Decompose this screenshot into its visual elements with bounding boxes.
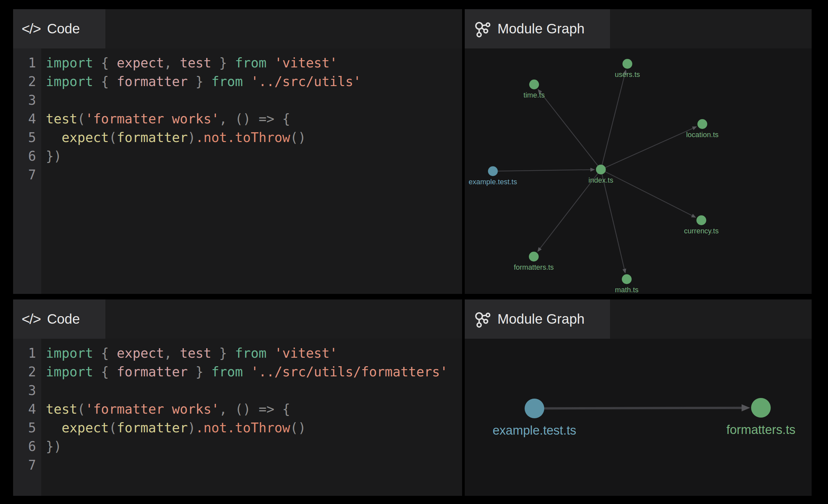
- graph-node-formatters.ts[interactable]: [529, 252, 539, 261]
- code-token-pn: ): [188, 420, 196, 435]
- line-number: 1: [13, 54, 41, 72]
- graph-node-formatters.ts[interactable]: [751, 398, 771, 418]
- code-token-pn: {: [93, 364, 117, 379]
- code-line-content: import { expect, test } from 'vitest': [41, 344, 337, 363]
- code-line: 1import { expect, test } from 'vitest': [13, 344, 462, 363]
- code-line-content: }): [41, 437, 61, 456]
- line-number: 5: [13, 419, 41, 437]
- code-line-content: import { formatter } from '../src/utils': [41, 72, 361, 91]
- code-token-st: 'formatter works': [85, 402, 219, 417]
- graph-edge: [601, 170, 694, 216]
- graph-edge: [534, 408, 745, 409]
- code-token-pn: [266, 346, 274, 361]
- code-token-fn: formatter: [117, 130, 188, 145]
- code-token-pn: }: [211, 346, 235, 361]
- graph-edge-arrowhead: [537, 247, 542, 252]
- line-number: 5: [13, 128, 41, 147]
- code-line: 7: [13, 166, 462, 184]
- code-token-pn: (): [290, 420, 306, 435]
- graph-node-example.test.ts[interactable]: [525, 398, 544, 418]
- module-graph-svg-bottom[interactable]: example.test.tsformatters.ts: [465, 339, 812, 496]
- code-editor-bottom: 1import { expect, test } from 'vitest'2i…: [13, 339, 462, 496]
- graph-node-index.ts[interactable]: [596, 165, 606, 174]
- tab-module-graph-bottom[interactable]: Module Graph: [465, 299, 610, 339]
- code-panel-top: </> Code 1import { expect, test } from '…: [13, 9, 462, 294]
- code-token-id: formatter: [117, 74, 188, 89]
- code-line: 3: [13, 91, 462, 110]
- code-line: 3: [13, 381, 462, 400]
- code-token-pn: (: [77, 111, 85, 126]
- code-line-content: import { expect, test } from 'vitest': [41, 54, 337, 72]
- graph-node-currency.ts[interactable]: [696, 215, 706, 225]
- code-line: 6}): [13, 437, 462, 456]
- code-line-content: expect(formatter).not.toThrow(): [41, 419, 306, 437]
- code-token-kw: from: [211, 74, 243, 89]
- code-line-content: test('formatter works', () => {: [41, 110, 290, 128]
- line-number: 3: [13, 381, 41, 400]
- module-graph-icon: [473, 310, 491, 328]
- tab-module-graph-top[interactable]: Module Graph: [465, 9, 610, 48]
- tab-code-top[interactable]: </> Code: [13, 9, 106, 48]
- code-token-id: formatter: [117, 364, 188, 379]
- tab-module-graph-label: Module Graph: [497, 21, 584, 37]
- graph-edge: [539, 91, 601, 170]
- graph-node-label-index.ts: index.ts: [588, 176, 613, 184]
- code-icon: </>: [22, 311, 41, 327]
- line-number: 2: [13, 72, 41, 91]
- graph-node-label-example.test.ts: example.test.ts: [493, 423, 576, 437]
- code-token-fn: expect: [61, 130, 109, 145]
- module-graph-svg-top[interactable]: users.tstime.tslocation.tsexample.test.t…: [465, 48, 812, 294]
- line-number: 3: [13, 91, 41, 110]
- code-token-kw: import: [46, 55, 93, 70]
- module-graph-top-header: Module Graph: [465, 9, 812, 48]
- code-line: 5 expect(formatter).not.toThrow(): [13, 419, 462, 437]
- code-token-pn: [266, 55, 274, 70]
- module-graph-panel-bottom: Module Graph example.test.tsformatters.t…: [465, 299, 812, 496]
- code-token-pn: [243, 364, 251, 379]
- graph-node-example.test.ts[interactable]: [488, 166, 498, 176]
- code-token-pn: {: [93, 74, 117, 89]
- code-token-st: 'vitest': [274, 346, 337, 361]
- code-line: 7: [13, 456, 462, 474]
- graph-node-label-location.ts: location.ts: [686, 131, 718, 139]
- code-token-pn: , () => {: [219, 402, 290, 417]
- code-line: 5 expect(formatter).not.toThrow(): [13, 128, 462, 147]
- code-token-pn: }: [211, 55, 235, 70]
- code-line-content: [41, 456, 46, 474]
- line-number: 7: [13, 456, 41, 474]
- code-line-content: test('formatter works', () => {: [41, 400, 290, 419]
- line-number: 6: [13, 147, 41, 166]
- graph-node-time.ts[interactable]: [529, 80, 539, 89]
- graph-edge-arrowhead: [742, 404, 750, 411]
- code-token-fn: test: [46, 111, 77, 126]
- tab-code-bottom[interactable]: </> Code: [13, 299, 106, 339]
- code-token-pn: {: [93, 346, 117, 361]
- code-line-content: import { formatter } from '../src/utils/…: [41, 363, 448, 381]
- graph-node-math.ts[interactable]: [622, 274, 632, 284]
- code-token-mt: .not.toThrow: [196, 130, 290, 145]
- code-line: 4test('formatter works', () => {: [13, 400, 462, 419]
- graph-node-location.ts[interactable]: [697, 119, 707, 129]
- code-token-pn: }: [188, 74, 211, 89]
- code-token-pn: ,: [164, 55, 180, 70]
- graph-node-label-currency.ts: currency.ts: [684, 227, 719, 235]
- code-panel-bottom: </> Code 1import { expect, test } from '…: [13, 299, 462, 496]
- code-token-pn: , () => {: [219, 111, 290, 126]
- graph-node-label-example.test.ts: example.test.ts: [469, 178, 517, 186]
- code-token-kw: import: [46, 74, 93, 89]
- tab-module-graph-label: Module Graph: [497, 311, 584, 327]
- graph-node-users.ts[interactable]: [622, 59, 632, 69]
- code-token-id: test: [180, 346, 211, 361]
- graph-edge: [601, 72, 625, 170]
- code-token-kw: import: [46, 346, 93, 361]
- code-token-pn: }): [46, 439, 61, 454]
- line-number: 6: [13, 437, 41, 456]
- code-token-fn: expect: [61, 420, 109, 435]
- tab-code-label: Code: [47, 21, 80, 37]
- graph-node-label-users.ts: users.ts: [615, 70, 640, 79]
- graph-node-label-math.ts: math.ts: [615, 286, 638, 294]
- code-token-st: '../src/utils': [251, 74, 361, 89]
- code-token-st: 'vitest': [274, 55, 337, 70]
- code-token-fn: formatter: [117, 420, 188, 435]
- code-line-content: }): [41, 147, 61, 166]
